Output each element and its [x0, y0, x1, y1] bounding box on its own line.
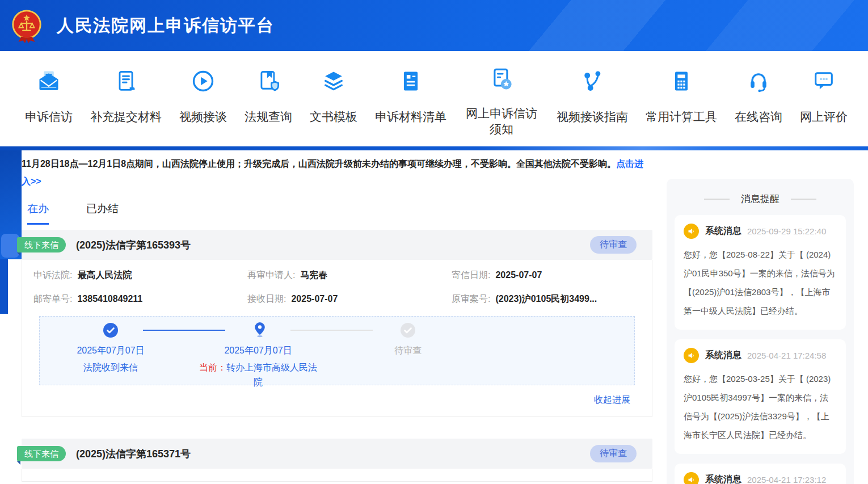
field-appeal-court: 申诉法院:最高人民法院: [33, 270, 247, 281]
timeline-step-pending-review: 待审查: [374, 343, 442, 358]
main-content: 11月28日18点—12月1日8点期间，山西法院停止使用；升级完成后，山西法院升…: [22, 150, 652, 482]
field-receive-date: 接收日期:2025-07-07: [247, 293, 452, 305]
nav-item-video-guide[interactable]: 视频接谈指南: [557, 68, 628, 125]
message-card[interactable]: 系统消息 2025-09-29 15:22:40 您好，您【2025-08-22…: [675, 215, 846, 330]
message-card[interactable]: 系统消息 2025-04-21 17:24:58 您好，您【2025-03-25…: [675, 339, 846, 454]
title-dash-left: [704, 199, 730, 200]
nav-item-label: 视频接谈指南: [557, 109, 628, 125]
case-number: (2025)法信字第165371号: [76, 447, 191, 461]
document-star-icon: [489, 68, 514, 91]
case-card: 线下来信 (2025)法信字第165393号 待审查 申诉法院:最高人民法院 再…: [22, 230, 652, 417]
tab-in-progress[interactable]: 在办: [27, 201, 49, 225]
chat-dots-icon: [811, 68, 836, 94]
offline-letter-tag: 线下来信: [17, 237, 66, 252]
notice-text: 11月28日18点—12月1日8点期间，山西法院停止使用；升级完成后，山西法院升…: [22, 159, 616, 169]
nav-item-label: 网上评价: [800, 109, 848, 125]
sidebar-title-row: 消息提醒: [667, 192, 854, 205]
message-time: 2025-04-21 17:24:58: [747, 351, 826, 360]
main-nav: 申诉信访 补充提交材料 视频接谈 法规查询 文书模板 申诉材料清单: [7, 51, 868, 146]
nav-item-law-search[interactable]: 法规查询: [245, 68, 292, 125]
collapse-row: 收起进展: [33, 385, 641, 414]
layers-icon: [321, 68, 346, 94]
message-header: 系统消息 2025-04-21 17:24:58: [684, 348, 837, 363]
case-card-header[interactable]: 线下来信 (2025)法信字第165371号 待审查: [22, 439, 652, 469]
branch-icon: [580, 68, 605, 94]
nav-item-label: 补充提交材料: [90, 109, 162, 125]
speaker-icon: [684, 224, 699, 239]
field-tracking-number: 邮寄单号:1385410849211: [33, 293, 247, 305]
field-mail-date: 寄信日期:2025-07-07: [452, 270, 641, 281]
case-card-header[interactable]: 线下来信 (2025)法信字第165393号 待审查: [22, 230, 652, 260]
background-band: [0, 146, 868, 150]
mail-icon: [36, 68, 61, 94]
speaker-icon: [684, 348, 699, 363]
nav-item-online-review[interactable]: 网上评价: [800, 68, 848, 125]
calculator-icon: [669, 68, 694, 94]
book-shield-icon: [256, 68, 281, 94]
location-pin-icon: [253, 321, 267, 338]
list-icon: [398, 68, 423, 94]
message-type: 系统消息: [705, 350, 741, 361]
nav-item-label: 在线咨询: [735, 109, 782, 125]
nav-item-calc-tools[interactable]: 常用计算工具: [646, 68, 717, 125]
status-badge: 待审查: [590, 445, 637, 462]
nav-item-doc-templates[interactable]: 文书模板: [310, 68, 357, 125]
court-emblem-logo: [9, 8, 44, 43]
nav-item-material-list[interactable]: 申诉材料清单: [375, 68, 446, 125]
field-original-case-no: 原审案号:(2023)沪0105民初3499...: [452, 293, 641, 305]
title-dash-right: [791, 199, 816, 200]
message-sidebar: 消息提醒 系统消息 2025-09-29 15:22:40 您好，您【2025-…: [667, 179, 854, 484]
nav-item-label: 文书模板: [310, 109, 357, 125]
headset-icon: [746, 68, 771, 94]
message-card[interactable]: 系统消息 2025-04-21 17:23:12: [675, 464, 846, 484]
nav-item-label: 申诉材料清单: [375, 109, 446, 125]
case-number: (2025)法信字第165393号: [76, 238, 191, 252]
check-circle-gray-icon: [401, 323, 415, 338]
document-icon: [113, 68, 138, 94]
case-tabs: 在办 已办结: [22, 201, 652, 225]
case-card: 线下来信 (2025)法信字第165371号 待审查: [22, 439, 652, 482]
case-fields: 申诉法院:最高人民法院 再审申请人:马宪春 寄信日期:2025-07-07 邮寄…: [33, 270, 641, 305]
message-header: 系统消息 2025-04-21 17:23:12: [684, 472, 837, 484]
timeline-connector-done: [143, 330, 225, 331]
page-title: 人民法院网上申诉信访平台: [57, 14, 275, 37]
message-body: 您好，您【2025-03-25】关于【 (2023) 沪0105民初34997号…: [684, 369, 837, 444]
status-badge: 待审查: [590, 236, 637, 254]
tab-completed[interactable]: 已办结: [86, 201, 119, 225]
message-type: 系统消息: [705, 474, 741, 484]
nav-item-label: 网上申诉信访须知: [464, 106, 539, 138]
current-label: 当前：: [199, 363, 226, 372]
message-body: 您好，您【2025-08-22】关于【 (2024) 沪01民申350号】一案的…: [684, 245, 837, 320]
left-background-deco-strip: [0, 259, 8, 314]
field-retrial-applicant: 再审申请人:马宪春: [247, 270, 452, 281]
message-header: 系统消息 2025-09-29 15:22:40: [684, 224, 837, 239]
nav-item-video-interview[interactable]: 视频接谈: [179, 68, 227, 125]
nav-item-label: 视频接谈: [179, 109, 227, 125]
nav-item-appeal[interactable]: 申诉信访: [25, 68, 73, 125]
timeline-connector-pending: [290, 330, 373, 331]
nav-item-online-consult[interactable]: 在线咨询: [735, 68, 782, 125]
message-type: 系统消息: [705, 225, 741, 237]
nav-item-online-appeal-notice[interactable]: 网上申诉信访须知: [464, 68, 539, 138]
app-header: 人民法院网上申诉信访平台: [0, 0, 868, 51]
play-circle-icon: [191, 68, 216, 94]
message-time: 2025-04-21 17:23:12: [747, 475, 826, 484]
nav-item-label: 申诉信访: [25, 109, 73, 125]
collapse-progress-link[interactable]: 收起进展: [594, 395, 630, 405]
nav-item-supplement-materials[interactable]: 补充提交材料: [90, 68, 162, 125]
timeline-step-current: 2025年07月07日 当前：转办上海市高级人民法院: [197, 343, 319, 390]
case-card-body: 申诉法院:最高人民法院 再审申请人:马宪春 寄信日期:2025-07-07 邮寄…: [22, 260, 652, 417]
timeline-step-received: 2025年07月07日 法院收到来信: [60, 343, 162, 375]
progress-timeline: 2025年07月07日 法院收到来信 2025年07月07日 当前：转办上海市高…: [39, 316, 635, 385]
offline-letter-tag: 线下来信: [17, 446, 66, 461]
case-card-body: [22, 469, 652, 482]
nav-item-label: 法规查询: [245, 109, 292, 125]
message-time: 2025-09-29 15:22:40: [747, 226, 826, 236]
nav-item-label: 常用计算工具: [646, 109, 717, 125]
sidebar-title: 消息提醒: [741, 192, 779, 205]
maintenance-notice: 11月28日18点—12月1日8点期间，山西法院停止使用；升级完成后，山西法院升…: [22, 150, 652, 190]
speaker-icon: [684, 472, 699, 484]
check-circle-icon: [103, 323, 118, 338]
